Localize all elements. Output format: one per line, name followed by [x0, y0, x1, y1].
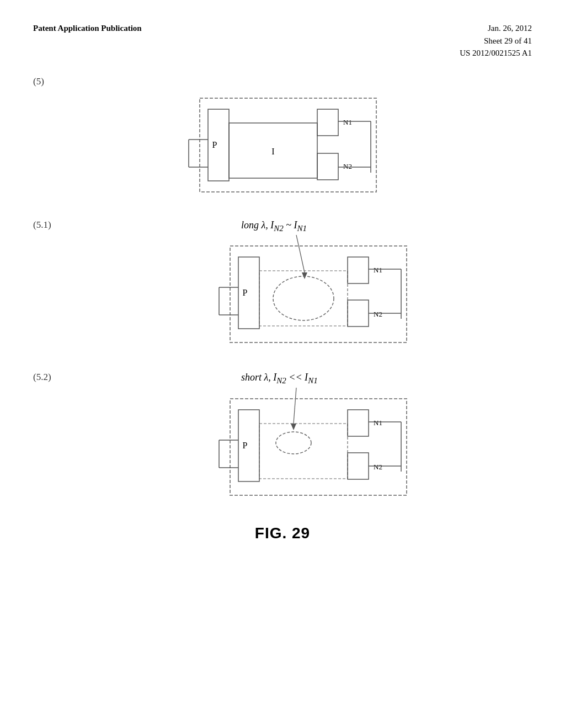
svg-rect-36	[259, 424, 348, 479]
svg-rect-3	[317, 109, 338, 136]
annotation-51: long λ, IN2 ~ IN1	[241, 220, 307, 233]
svg-marker-33	[291, 424, 296, 430]
svg-rect-17	[230, 246, 407, 342]
svg-rect-21	[348, 257, 369, 283]
diagram-5: P I N1 N2	[33, 93, 532, 203]
svg-text:N1: N1	[343, 118, 352, 126]
svg-text:P: P	[212, 140, 217, 149]
pub-date: Jan. 26, 2012	[460, 22, 532, 35]
section-label-51: (5.1)	[33, 220, 94, 231]
svg-text:N2: N2	[374, 310, 382, 318]
svg-text:I: I	[271, 147, 274, 156]
svg-line-32	[294, 388, 296, 424]
svg-rect-18	[238, 257, 259, 329]
section-label-5: (5)	[33, 76, 532, 87]
svg-rect-35	[238, 410, 259, 481]
diagram-51: P N1 N2	[197, 235, 429, 351]
svg-point-20	[273, 276, 334, 320]
svg-rect-19	[259, 271, 348, 326]
svg-point-37	[276, 432, 311, 454]
svg-text:N1: N1	[374, 419, 382, 427]
svg-rect-34	[230, 399, 407, 495]
figure-caption: FIG. 29	[33, 524, 532, 542]
pub-number: US 2012/0021525 A1	[460, 47, 532, 60]
svg-text:N2: N2	[374, 463, 382, 471]
section-label-52: (5.2)	[33, 372, 94, 383]
page: Patent Application Publication Jan. 26, …	[0, 0, 565, 728]
svg-marker-16	[302, 272, 307, 279]
svg-text:P: P	[243, 288, 248, 297]
annotation-52: short λ, IN2 << IN1	[241, 372, 318, 386]
svg-rect-1	[208, 109, 229, 181]
svg-line-15	[296, 235, 305, 272]
header-left: Patent Application Publication	[33, 22, 142, 35]
sheet-info: Sheet 29 of 41	[460, 35, 532, 47]
svg-rect-4	[317, 153, 338, 180]
svg-text:N1: N1	[374, 266, 382, 274]
header: Patent Application Publication Jan. 26, …	[33, 22, 532, 60]
diagram-52: P N1 N2	[197, 388, 429, 504]
svg-text:N2: N2	[343, 162, 352, 170]
svg-rect-38	[348, 410, 369, 436]
svg-rect-39	[348, 453, 369, 479]
header-right: Jan. 26, 2012 Sheet 29 of 41 US 2012/002…	[460, 22, 532, 60]
publication-label: Patent Application Publication	[33, 24, 142, 33]
svg-text:P: P	[243, 441, 248, 450]
svg-rect-22	[348, 300, 369, 326]
